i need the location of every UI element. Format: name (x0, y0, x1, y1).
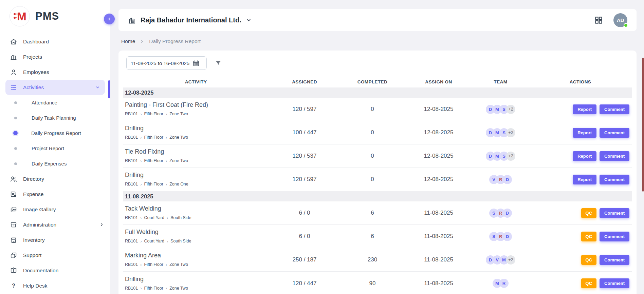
filter-row (123, 56, 632, 70)
company-selector[interactable]: Raja Bahadur International Ltd. (128, 16, 252, 24)
report-button[interactable]: Report (573, 128, 596, 138)
sidebar-item-label: Help Desk (23, 283, 48, 289)
completed-value: 0 (340, 153, 405, 159)
report-button[interactable]: Report (573, 104, 596, 114)
brand-logo-icon: M (10, 6, 30, 26)
activity-title: Tack Welding (125, 205, 267, 212)
path-segment: South Side (170, 215, 191, 220)
path-segment: Zone Two (169, 286, 188, 291)
sidebar-menu: DashboardProjectsEmployeesActivitiesAtte… (0, 31, 110, 293)
qc-button[interactable]: QC (581, 208, 597, 218)
svg-text:?: ? (12, 283, 15, 289)
team-cell: MR (473, 279, 529, 288)
team-extra-count[interactable]: +2 (506, 255, 515, 264)
date-range-input[interactable] (131, 60, 190, 66)
report-button[interactable]: Report (573, 151, 596, 161)
sidebar-item-administration[interactable]: Administration (0, 217, 110, 232)
qc-button[interactable]: QC (581, 255, 597, 265)
sidebar-subitem-daily-expenses[interactable]: Daily Expenses (0, 156, 110, 171)
table-row: Tie Rod FixingRB101›Fifth Floor›Zone Two… (123, 144, 632, 168)
path-segment: Zone Two (169, 262, 188, 267)
actions-cell: ReportComment (529, 128, 632, 138)
apps-grid-icon[interactable] (594, 16, 603, 25)
sidebar-item-help-desk[interactable]: ?Help Desk (0, 278, 110, 293)
sidebar-item-label: Dashboard (23, 39, 49, 45)
comment-button[interactable]: Comment (600, 104, 629, 114)
comment-button[interactable]: Comment (600, 255, 629, 265)
sidebar-item-inventory[interactable]: Inventory (0, 232, 110, 248)
team-extra-count[interactable]: +2 (506, 152, 515, 161)
sidebar-subitem-project-report[interactable]: Project Report (0, 141, 110, 156)
team-extra-count[interactable]: +2 (506, 128, 515, 137)
team-cell: DMS+2 (473, 105, 529, 114)
comment-button[interactable]: Comment (600, 128, 629, 138)
assign-on-value: 11-08-2025 (405, 280, 473, 287)
scrollbar-thumb[interactable] (642, 58, 644, 192)
column-header-assign-on: ASSIGN ON (405, 79, 473, 84)
sidebar-item-support[interactable]: Support (0, 248, 110, 263)
comment-button[interactable]: Comment (600, 232, 629, 241)
activity-location-path: RB101›Court Yard›South Side (125, 239, 267, 243)
chevron-right-icon: › (166, 286, 167, 290)
image-icon (10, 206, 17, 213)
table-row: DrillingRB101›Fifth Floor›Zone Two120 / … (123, 272, 632, 294)
comment-button[interactable]: Comment (600, 151, 629, 161)
team-cell: VRD (473, 175, 529, 184)
path-segment: Zone One (169, 182, 188, 187)
path-segment: Fifth Floor (144, 262, 163, 267)
user-avatar[interactable]: AD (613, 13, 627, 27)
sidebar-item-documentation[interactable]: Documentation (0, 263, 110, 278)
chevron-right-icon: › (140, 216, 142, 220)
sidebar-subitem-daily-progress-report[interactable]: Daily Progress Report (0, 125, 110, 141)
team-extra-count[interactable]: +2 (506, 105, 515, 114)
comment-button[interactable]: Comment (600, 208, 629, 218)
completed-value: 90 (340, 280, 405, 287)
company-name: Raja Bahadur International Ltd. (141, 16, 241, 24)
building-icon (10, 53, 17, 61)
path-segment: Fifth Floor (144, 135, 163, 140)
breadcrumb-home[interactable]: Home (121, 38, 135, 44)
path-segment: RB101 (125, 182, 138, 187)
completed-value: 0 (340, 129, 405, 136)
comment-button[interactable]: Comment (600, 175, 629, 184)
sidebar-item-directory[interactable]: Directory (0, 171, 110, 187)
table-row: Full WeldingRB101›Court Yard›South Side6… (123, 225, 632, 248)
date-group-header: 12-08-2025 (123, 87, 632, 98)
activity-cell: Marking AreaRB101›Fifth Floor›Zone Two (123, 249, 269, 271)
filter-icon[interactable] (215, 59, 222, 67)
help-icon: ? (10, 282, 17, 290)
sidebar-item-image-gallary[interactable]: Image Gallary (0, 202, 110, 217)
sidebar-collapse-button[interactable] (104, 14, 115, 24)
sidebar-item-employees[interactable]: Employees (0, 64, 110, 80)
sidebar-subitem-attendance[interactable]: Attendance (0, 95, 110, 110)
assigned-value: 250 / 187 (269, 256, 340, 263)
activity-title: Marking Area (125, 252, 267, 259)
sidebar-item-expense[interactable]: Expense (0, 187, 110, 202)
assigned-value: 120 / 537 (269, 153, 340, 159)
column-header-completed: COMPLETED (340, 79, 405, 84)
report-button[interactable]: Report (573, 175, 596, 184)
activity-title: Full Welding (125, 229, 267, 236)
team-cell: SRD (473, 232, 529, 241)
comment-button[interactable]: Comment (600, 278, 629, 288)
actions-cell: ReportComment (529, 104, 632, 114)
bullet-dot-icon (14, 101, 17, 104)
sidebar-item-label: Image Gallary (23, 207, 56, 213)
activity-location-path: RB101›Fifth Floor›Zone Two (125, 112, 267, 116)
team-avatar: D (503, 232, 512, 241)
chevron-right-icon: › (140, 286, 142, 290)
qc-button[interactable]: QC (581, 232, 597, 241)
activity-location-path: RB101›Fifth Floor›Zone Two (125, 135, 267, 140)
qc-button[interactable]: QC (581, 278, 597, 288)
calendar-icon[interactable] (192, 60, 200, 67)
chevron-right-icon: › (166, 135, 167, 140)
sidebar-item-projects[interactable]: Projects (0, 49, 110, 64)
team-avatar: R (499, 279, 509, 288)
sidebar-subitem-daily-task-planning[interactable]: Daily Task Planning (0, 110, 110, 125)
sidebar-item-dashboard[interactable]: Dashboard (0, 34, 110, 49)
home-icon (10, 38, 17, 45)
sidebar-item-activities[interactable]: Activities (5, 80, 105, 95)
completed-value: 6 (340, 233, 405, 240)
completed-value: 0 (340, 106, 405, 113)
activity-cell: DrillingRB101›Fifth Floor›Zone Two (123, 121, 269, 144)
